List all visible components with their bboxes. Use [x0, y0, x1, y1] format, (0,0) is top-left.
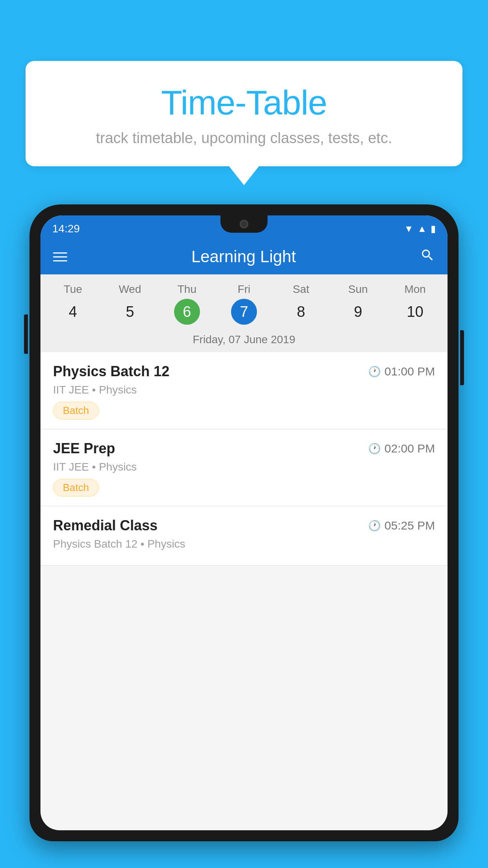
schedule-item-header: JEE Prep🕐 02:00 PM [53, 440, 435, 457]
day-name: Tue [64, 283, 82, 296]
calendar-day-col[interactable]: Sun9 [330, 283, 387, 325]
day-number[interactable]: 10 [402, 299, 428, 325]
day-name: Mon [404, 283, 426, 296]
schedule-item[interactable]: JEE Prep🕐 02:00 PMIIT JEE • PhysicsBatch [40, 429, 448, 506]
day-number[interactable]: 7 [231, 299, 257, 325]
selected-date-label: Friday, 07 June 2019 [40, 329, 448, 352]
signal-icon: ▲ [417, 223, 427, 234]
menu-line-3 [53, 260, 67, 261]
phone-notch [220, 215, 268, 233]
speech-bubble-card: Time-Table track timetable, upcoming cla… [26, 61, 462, 166]
calendar-day-col[interactable]: Tue4 [44, 283, 101, 325]
app-title: Learning Light [191, 247, 296, 266]
schedule-item-title: Physics Batch 12 [53, 363, 169, 380]
day-name: Thu [178, 283, 196, 296]
day-name: Sat [293, 283, 309, 296]
calendar-day-col[interactable]: Sat8 [273, 283, 330, 325]
status-icons: ▼ ▲ ▮ [404, 223, 436, 234]
batch-badge: Batch [53, 402, 99, 419]
calendar-day-col[interactable]: Thu6 [158, 283, 215, 325]
schedule-list: Physics Batch 12🕐 01:00 PMIIT JEE • Phys… [40, 352, 448, 566]
schedule-item[interactable]: Physics Batch 12🕐 01:00 PMIIT JEE • Phys… [40, 352, 448, 429]
day-number[interactable]: 8 [288, 299, 314, 325]
day-name: Wed [119, 283, 141, 296]
schedule-item-header: Remedial Class🕐 05:25 PM [53, 517, 435, 534]
schedule-item-time: 🕐 01:00 PM [368, 365, 435, 378]
phone-container: 14:29 ▼ ▲ ▮ Learning Light [29, 204, 459, 868]
battery-icon: ▮ [431, 223, 436, 234]
bubble-subtitle: track timetable, upcoming classes, tests… [49, 130, 439, 147]
bubble-arrow [229, 166, 259, 185]
bubble-title: Time-Table [49, 83, 439, 123]
menu-button[interactable] [53, 252, 67, 261]
speech-bubble-section: Time-Table track timetable, upcoming cla… [26, 61, 462, 185]
calendar-section: Tue4Wed5Thu6Fri7Sat8Sun9Mon10 Friday, 07… [40, 274, 448, 352]
menu-line-2 [53, 256, 67, 257]
app-header: Learning Light [40, 239, 448, 274]
day-number[interactable]: 6 [174, 299, 200, 325]
calendar-day-col[interactable]: Wed5 [101, 283, 158, 325]
day-name: Fri [238, 283, 251, 296]
calendar-day-col[interactable]: Mon10 [387, 283, 444, 325]
clock-icon: 🕐 [368, 366, 381, 378]
day-number[interactable]: 9 [345, 299, 371, 325]
menu-line-1 [53, 252, 67, 254]
calendar-day-col[interactable]: Fri7 [215, 283, 272, 325]
phone-frame: 14:29 ▼ ▲ ▮ Learning Light [29, 204, 459, 841]
status-time: 14:29 [52, 223, 80, 235]
day-number[interactable]: 4 [60, 299, 86, 325]
calendar-days-row: Tue4Wed5Thu6Fri7Sat8Sun9Mon10 [40, 274, 448, 329]
schedule-item-time: 🕐 02:00 PM [368, 442, 435, 455]
schedule-item-time: 🕐 05:25 PM [368, 519, 435, 532]
schedule-item-subtitle: Physics Batch 12 • Physics [53, 538, 435, 550]
clock-icon: 🕐 [368, 520, 381, 532]
schedule-item-header: Physics Batch 12🕐 01:00 PM [53, 363, 435, 380]
schedule-item-subtitle: IIT JEE • Physics [53, 384, 435, 396]
day-name: Sun [348, 283, 368, 296]
batch-badge: Batch [53, 479, 99, 497]
wifi-icon: ▼ [404, 223, 413, 234]
schedule-item-title: Remedial Class [53, 517, 158, 534]
schedule-item[interactable]: Remedial Class🕐 05:25 PMPhysics Batch 12… [40, 506, 448, 566]
front-camera [240, 220, 248, 228]
clock-icon: 🕐 [368, 443, 381, 455]
day-number[interactable]: 5 [117, 299, 143, 325]
schedule-item-subtitle: IIT JEE • Physics [53, 461, 435, 473]
schedule-item-title: JEE Prep [53, 440, 115, 457]
search-icon[interactable] [420, 248, 435, 266]
phone-screen: 14:29 ▼ ▲ ▮ Learning Light [40, 215, 448, 830]
